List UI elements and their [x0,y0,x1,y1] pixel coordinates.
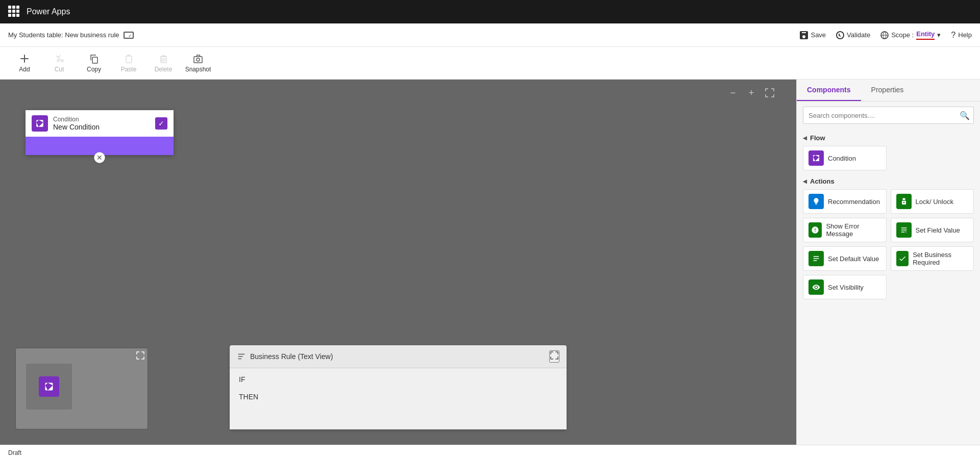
flow-component-cards: Condition [803,146,974,170]
svg-rect-4 [194,57,202,63]
zoom-in-button[interactable]: + [745,87,757,99]
search-box: 🔍 [803,107,974,124]
set-default-value-label: Set Default Value [828,255,879,263]
component-set-field-value[interactable]: Set Field Value [891,218,974,242]
breadcrumb-icon [124,32,134,39]
header-actions: Save Validate Scope : Entity ▾ ? Help [800,30,972,40]
entity-label[interactable]: Entity [916,30,935,40]
cut-button[interactable]: Cut [43,49,76,78]
lock-unlock-icon [896,194,912,209]
flow-section: ◀ Flow Condition [797,129,980,172]
component-lock-unlock[interactable]: Lock/ Unlock [891,189,974,214]
set-field-value-label: Set Field Value [916,226,960,234]
business-rule-expand-button[interactable] [549,350,559,363]
component-set-business-required[interactable]: Set Business Required [891,246,974,271]
add-label: Add [19,66,30,73]
condition-card-delete-button[interactable]: ✕ [94,152,105,163]
status-bar: Draft [0,445,980,460]
set-business-required-icon [896,251,909,266]
set-visibility-label: Set Visibility [828,284,864,291]
tab-properties[interactable]: Properties [861,80,914,101]
business-rule-header: Business Rule (Text View) [230,345,567,368]
svg-rect-2 [126,56,132,63]
scope-selector[interactable]: Scope : Entity ▾ [880,30,941,40]
save-label: Save [811,31,826,39]
condition-card[interactable]: Condition New Condition ✓ ✕ [26,110,174,155]
flow-section-label: Flow [810,134,825,142]
topbar: Power Apps [0,0,980,23]
condition-label: Condition [53,116,100,123]
set-visibility-icon [808,279,824,295]
condition-card-icon [32,115,48,132]
app-title: Power Apps [27,7,70,16]
zoom-out-button[interactable]: − [727,87,739,99]
toolbar: Add Cut Copy Paste Delete Snapshot [0,47,980,80]
help-label: Help [958,31,972,39]
actions-section-header: ◀ Actions [803,177,974,185]
zoom-controls: − + [727,87,776,99]
business-rule-body: IF THEN [230,368,567,429]
component-show-error[interactable]: Show Error Message [803,218,887,242]
condition-card-left: Condition New Condition [32,115,100,132]
main-content: − + Condition New Condition [0,80,980,445]
paste-label: Paste [121,66,137,73]
component-set-visibility[interactable]: Set Visibility [803,275,887,299]
actions-section: ◀ Actions Recommendation Lock/ Unlock [797,172,980,301]
condition-icon [808,150,824,166]
add-button[interactable]: Add [8,49,41,78]
recommendation-icon [808,194,824,209]
mini-map-expand-button[interactable] [136,351,144,361]
delete-label: Delete [155,66,173,73]
set-business-required-label: Set Business Required [913,251,968,266]
canvas-area[interactable]: − + Condition New Condition [0,80,796,445]
help-icon: ? [951,31,955,40]
validate-button[interactable]: Validate [836,31,870,39]
show-error-label: Show Error Message [826,222,880,238]
component-condition[interactable]: Condition [803,146,887,170]
scope-label: Scope : [891,31,914,39]
business-rule-title-area: Business Rule (Text View) [237,352,333,361]
business-rule-panel: Business Rule (Text View) IF THEN [230,345,567,429]
search-icon: 🔍 [960,111,970,120]
set-field-value-icon [896,222,912,238]
paste-button[interactable]: Paste [112,49,145,78]
status-label: Draft [8,449,21,456]
snapshot-label: Snapshot [185,66,211,73]
copy-label: Copy [87,66,101,73]
recommendation-label: Recommendation [828,198,880,206]
chevron-down-icon: ▾ [937,31,941,39]
condition-check-button[interactable]: ✓ [155,117,167,130]
component-recommendation[interactable]: Recommendation [803,189,887,214]
component-set-default-value[interactable]: Set Default Value [803,246,887,271]
lock-unlock-label: Lock/ Unlock [916,198,953,206]
actions-arrow-icon: ◀ [803,178,807,184]
fit-to-screen-button[interactable] [764,87,776,99]
save-button[interactable]: Save [800,31,826,39]
breadcrumb-text: My Students table: New business rule [8,31,119,39]
search-input[interactable] [803,107,974,124]
help-button[interactable]: ? Help [951,31,972,40]
show-error-icon [808,222,822,238]
tab-components[interactable]: Components [797,80,861,101]
mini-map [15,348,148,429]
condition-card-label: Condition [828,155,856,162]
condition-texts: Condition New Condition [53,116,100,131]
validate-label: Validate [847,31,870,39]
business-rule-title: Business Rule (Text View) [250,352,333,361]
cut-label: Cut [55,66,64,73]
flow-arrow-icon: ◀ [803,135,807,141]
flow-section-header: ◀ Flow [803,134,974,142]
mini-map-inner [26,364,72,410]
apps-icon[interactable] [8,6,20,18]
copy-button[interactable]: Copy [78,49,110,78]
right-panel: Components Properties 🔍 ◀ Flow Condition [796,80,980,445]
actions-section-label: Actions [810,177,835,185]
svg-rect-1 [92,57,97,63]
delete-button[interactable]: Delete [147,49,180,78]
business-rule-if: IF [239,375,557,384]
right-panel-tabs: Components Properties [797,80,980,101]
snapshot-button[interactable]: Snapshot [182,49,214,78]
mini-map-node [39,376,59,397]
set-default-value-icon [808,251,824,266]
breadcrumb: My Students table: New business rule [8,31,134,39]
